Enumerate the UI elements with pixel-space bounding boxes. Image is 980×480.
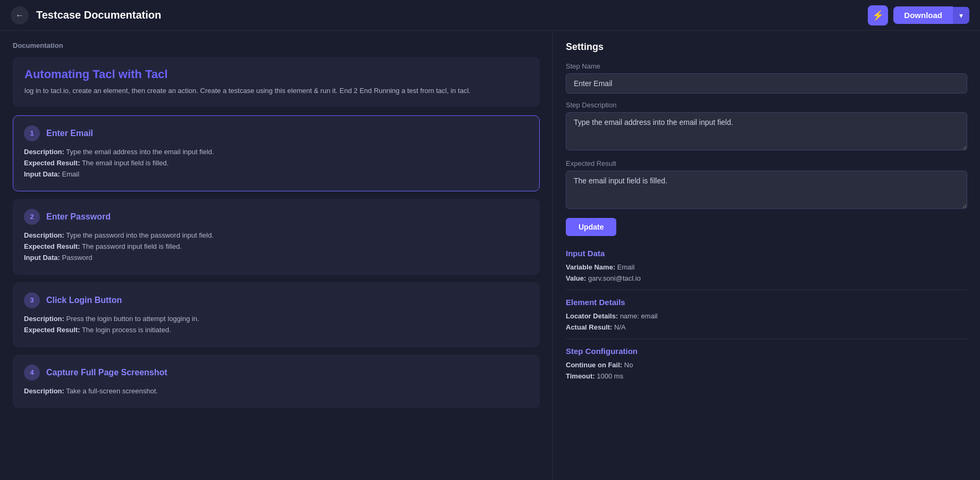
settings-title: Settings [566,41,967,53]
step-2-description: Description: Type the password into the … [24,231,529,239]
step-1-description: Description: Type the email address into… [24,148,529,156]
step-4-description: Description: Take a full-screen screensh… [24,387,529,395]
step-description-textarea[interactable]: Type the email address into the email in… [566,112,967,150]
step-name-input[interactable] [566,73,967,94]
documentation-section-label: Documentation [13,41,540,49]
step-2-header: 2 Enter Password [24,209,529,225]
step-4-header: 4 Capture Full Page Screenshot [24,365,529,381]
lightning-icon: ⚡ [872,10,884,21]
step-3-expected: Expected Result: The login process is in… [24,326,529,334]
chevron-down-icon: ▾ [959,11,963,20]
download-dropdown-button[interactable]: ▾ [953,7,969,24]
doc-subtitle: log in to tacl.io, create an element, th… [24,86,528,96]
step-1-badge: 1 [24,125,40,141]
header-right: ⚡ Download ▾ [868,5,969,26]
header-left: ← Testcase Documentation [11,6,161,24]
step-2-input-data: Input Data: Password [24,254,529,262]
doc-title: Automating Tacl with Tacl [24,68,528,81]
step-3-badge: 3 [24,292,40,308]
actual-result-row: Actual Result: N/A [566,323,967,331]
icon-action-button[interactable]: ⚡ [868,5,888,26]
element-details-heading: Element Details [566,298,967,307]
download-main-button[interactable]: Download [893,6,953,24]
back-button[interactable]: ← [11,6,29,24]
value-row: Value: garv.soni@tacl.io [566,274,967,282]
step-4-title: Capture Full Page Screenshot [46,368,167,377]
back-icon: ← [15,11,24,20]
step-description-label: Step Description [566,101,967,109]
right-panel: Settings Step Name Step Description Type… [553,31,980,480]
step-card-2[interactable]: 2 Enter Password Description: Type the p… [13,199,540,275]
step-1-input-data: Input Data: Email [24,170,529,178]
download-button-group: Download ▾ [893,6,969,24]
variable-name-row: Variable Name: Email [566,263,967,271]
continue-on-fail-row: Continue on Fail: No [566,361,967,369]
page-title: Testcase Documentation [36,9,161,21]
locator-details-row: Locator Details: name: email [566,312,967,320]
expected-result-textarea[interactable]: The email input field is filled. [566,171,967,209]
step-card-3[interactable]: 3 Click Login Button Description: Press … [13,282,540,347]
doc-intro-card: Automating Tacl with Tacl log in to tacl… [13,57,540,107]
step-configuration-heading: Step Configuration [566,347,967,356]
expected-result-label: Expected Result [566,159,967,167]
step-3-title: Click Login Button [46,296,122,305]
divider-1 [566,290,967,290]
step-2-badge: 2 [24,209,40,225]
divider-2 [566,339,967,339]
step-2-title: Enter Password [46,212,111,222]
step-2-expected: Expected Result: The password input fiel… [24,242,529,250]
step-name-label: Step Name [566,62,967,70]
step-4-badge: 4 [24,365,40,381]
step-1-header: 1 Enter Email [24,125,529,141]
left-panel: Documentation Automating Tacl with Tacl … [0,31,553,480]
input-data-heading: Input Data [566,249,967,258]
step-1-title: Enter Email [46,129,93,138]
step-card-4[interactable]: 4 Capture Full Page Screenshot Descripti… [13,355,540,408]
step-3-header: 3 Click Login Button [24,292,529,308]
step-1-expected: Expected Result: The email input field i… [24,159,529,167]
update-button[interactable]: Update [566,218,616,236]
header: ← Testcase Documentation ⚡ Download ▾ [0,0,980,31]
timeout-row: Timeout: 1000 ms [566,372,967,380]
step-3-description: Description: Press the login button to a… [24,315,529,323]
main-layout: Documentation Automating Tacl with Tacl … [0,31,980,480]
step-card-1[interactable]: 1 Enter Email Description: Type the emai… [13,115,540,191]
